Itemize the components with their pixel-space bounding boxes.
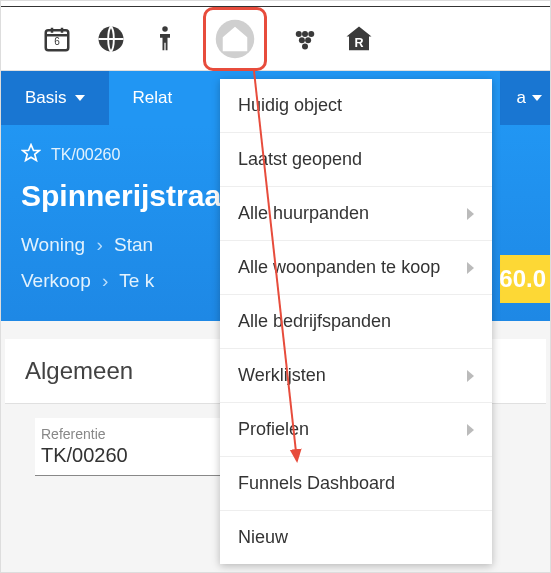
svg-point-6 bbox=[162, 26, 168, 32]
tab-label: Basis bbox=[25, 88, 67, 108]
record-reference: TK/00260 bbox=[51, 146, 120, 164]
menu-item[interactable]: Nieuw bbox=[220, 511, 492, 564]
menu-item-label: Alle huurpanden bbox=[238, 203, 369, 224]
r-house-icon[interactable]: R bbox=[343, 23, 375, 55]
price-badge-fragment: 60.0 bbox=[500, 255, 550, 303]
crumb-item: Stan bbox=[114, 234, 153, 255]
svg-point-12 bbox=[305, 37, 311, 43]
person-icon[interactable] bbox=[149, 23, 181, 55]
menu-item-label: Werklijsten bbox=[238, 365, 326, 386]
svg-text:6: 6 bbox=[54, 36, 60, 47]
chevron-right-icon bbox=[467, 208, 474, 220]
menu-item-label: Alle woonpanden te koop bbox=[238, 257, 440, 278]
home-icon-highlighted[interactable] bbox=[203, 7, 267, 71]
globe-icon[interactable] bbox=[95, 23, 127, 55]
home-dropdown-menu: Huidig objectLaatst geopendAlle huurpand… bbox=[220, 79, 492, 564]
menu-item[interactable]: Alle huurpanden bbox=[220, 187, 492, 241]
menu-item[interactable]: Werklijsten bbox=[220, 349, 492, 403]
menu-item-label: Nieuw bbox=[238, 527, 288, 548]
crumb-item: Verkoop bbox=[21, 270, 91, 291]
star-outline-icon[interactable] bbox=[21, 143, 41, 167]
menu-item[interactable]: Profielen bbox=[220, 403, 492, 457]
chevron-down-icon bbox=[75, 95, 85, 101]
modules-icon[interactable] bbox=[289, 23, 321, 55]
icon-toolbar: 6 R bbox=[1, 7, 550, 71]
tab-label: Relat bbox=[133, 88, 173, 108]
tab-label: a bbox=[517, 88, 526, 108]
menu-item-label: Huidig object bbox=[238, 95, 342, 116]
svg-point-9 bbox=[302, 31, 308, 37]
chevron-right-icon bbox=[467, 370, 474, 382]
menu-item-label: Alle bedrijfspanden bbox=[238, 311, 391, 332]
menu-item-label: Laatst geopend bbox=[238, 149, 362, 170]
svg-text:R: R bbox=[354, 35, 363, 49]
tab-relations[interactable]: Relat bbox=[109, 71, 197, 125]
menu-item-label: Funnels Dashboard bbox=[238, 473, 395, 494]
calendar-icon[interactable]: 6 bbox=[41, 23, 73, 55]
tab-right-fragment[interactable]: a bbox=[500, 71, 550, 125]
crumb-item: Woning bbox=[21, 234, 85, 255]
reference-field[interactable]: Referentie TK/00260 bbox=[35, 418, 235, 476]
crumb-item: Te k bbox=[119, 270, 154, 291]
menu-item[interactable]: Huidig object bbox=[220, 79, 492, 133]
menu-item-label: Profielen bbox=[238, 419, 309, 440]
svg-point-10 bbox=[308, 31, 314, 37]
chevron-right-icon bbox=[467, 424, 474, 436]
svg-marker-15 bbox=[23, 145, 40, 161]
chevron-right-icon bbox=[467, 262, 474, 274]
menu-item[interactable]: Laatst geopend bbox=[220, 133, 492, 187]
svg-point-13 bbox=[302, 43, 308, 49]
chevron-right-icon: › bbox=[102, 270, 108, 291]
field-value: TK/00260 bbox=[41, 444, 235, 467]
menu-item[interactable]: Funnels Dashboard bbox=[220, 457, 492, 511]
svg-point-11 bbox=[299, 37, 305, 43]
menu-item[interactable]: Alle woonpanden te koop bbox=[220, 241, 492, 295]
field-label: Referentie bbox=[41, 426, 235, 442]
tab-basis[interactable]: Basis bbox=[1, 71, 109, 125]
chevron-down-icon bbox=[532, 95, 542, 101]
svg-point-8 bbox=[296, 31, 302, 37]
menu-item[interactable]: Alle bedrijfspanden bbox=[220, 295, 492, 349]
chevron-right-icon: › bbox=[96, 234, 102, 255]
